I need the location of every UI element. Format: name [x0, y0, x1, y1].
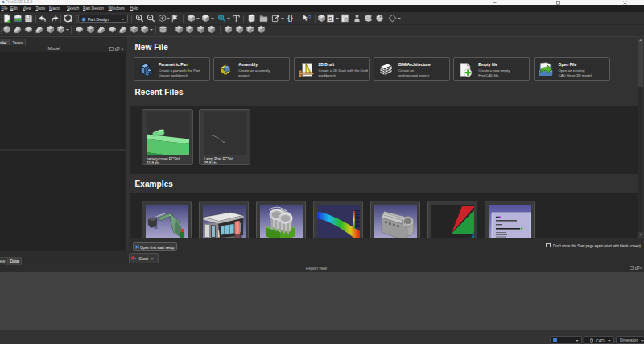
svg-text:{}: {}	[287, 15, 293, 22]
svg-text:S: S	[328, 16, 332, 22]
svg-text:?: ?	[308, 14, 311, 21]
